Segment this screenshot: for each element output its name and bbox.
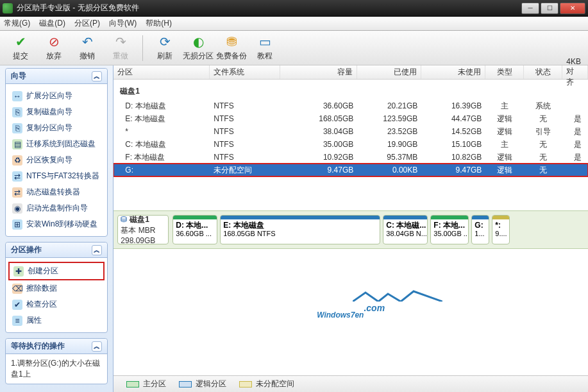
menu-bar: 常规(G) 磁盘(D) 分区(P) 向导(W) 帮助(H) xyxy=(0,17,588,31)
ops-panel: 分区操作︽ ✚创建分区 ⌫擦除数据 ✔检查分区 ≡属性 xyxy=(5,242,108,333)
discard-button[interactable]: ⊘放弃 xyxy=(37,33,71,64)
disk-segment[interactable]: C: 本地磁...38.04GB N... xyxy=(383,215,428,244)
main-pane: 分区 文件系统 容量 已使用 未使用 类型 状态 4KB对齐 磁盘1 D: 本地… xyxy=(113,65,588,392)
menu-partition[interactable]: 分区(P) xyxy=(74,18,100,29)
extend-icon: ↔ xyxy=(12,91,22,101)
grid-header: 分区 文件系统 容量 已使用 未使用 类型 状态 4KB对齐 xyxy=(113,65,588,80)
copy-disk-icon: ⎘ xyxy=(12,107,22,117)
pending-panel: 等待执行的操作︽ 1.调整分区(G:)的大小在磁盘1上 xyxy=(5,338,108,384)
op-wipe[interactable]: ⌫擦除数据 xyxy=(8,280,105,296)
partition-row[interactable]: E: 本地磁盘NTFS168.05GB123.59GB44.47GB逻辑无是 xyxy=(113,112,588,125)
wizard-copy-partition[interactable]: ⎘复制分区向导 xyxy=(8,120,105,136)
col-filesystem[interactable]: 文件系统 xyxy=(210,65,280,79)
wizard-migrate-ssd[interactable]: ▤迁移系统到固态磁盘 xyxy=(8,136,105,152)
recover-icon: ♻ xyxy=(12,155,22,166)
wizard-copy-disk[interactable]: ⎘复制磁盘向导 xyxy=(8,104,105,120)
op-create-partition[interactable]: ✚创建分区 xyxy=(8,262,105,280)
watermark-text: Windows7en xyxy=(317,311,364,320)
convert-icon: ⇄ xyxy=(12,171,22,182)
wizard-dynamic[interactable]: ⇄动态磁盘转换器 xyxy=(8,184,105,200)
cancel-icon: ⊘ xyxy=(46,34,62,49)
refresh-icon: ⟳ xyxy=(157,34,172,49)
props-icon: ≡ xyxy=(12,316,22,326)
tutorial-icon: ▭ xyxy=(257,34,273,49)
disk-segment[interactable]: E: 本地磁盘168.05GB NTFS xyxy=(220,215,380,244)
chevron-up-icon[interactable]: ︽ xyxy=(92,245,102,255)
ops-panel-title: 分区操作 xyxy=(11,244,42,255)
col-used[interactable]: 已使用 xyxy=(357,65,421,79)
col-type[interactable]: 类型 xyxy=(485,65,524,79)
roof-icon xyxy=(353,290,442,302)
maximize-button[interactable]: ☐ xyxy=(541,3,559,14)
disk-summary[interactable]: ⛁磁盘1 基本 MBR 298.09GB xyxy=(117,215,169,244)
chevron-up-icon[interactable]: ︽ xyxy=(92,71,102,81)
watermark: Windows7en.com xyxy=(113,249,588,376)
disk-segment[interactable]: G:1... xyxy=(471,215,489,244)
op-check[interactable]: ✔检查分区 xyxy=(8,296,105,312)
refresh-button[interactable]: ⟳刷新 xyxy=(148,33,181,64)
legend-primary: 主分区 xyxy=(126,379,166,389)
redo-button[interactable]: ↷重做 xyxy=(104,33,137,64)
title-bar: 分区助手专业版 - 无损分区免费软件 ─ ☐ ✕ xyxy=(0,0,588,17)
ssd-icon: ▤ xyxy=(12,139,22,149)
col-partition[interactable]: 分区 xyxy=(113,65,210,79)
col-status[interactable]: 状态 xyxy=(524,65,562,79)
legend-unalloc: 未分配空间 xyxy=(239,379,294,389)
bootcd-icon: ◉ xyxy=(12,203,22,214)
wizard-win8[interactable]: ⊞安装Win8到移动硬盘 xyxy=(8,216,105,232)
disk-icon: ⛁ xyxy=(121,215,127,224)
toolbar: ✔提交 ⊘放弃 ↶撤销 ↷重做 ⟳刷新 ◐无损分区 ⛃免费备份 ▭教程 xyxy=(0,31,588,65)
menu-general[interactable]: 常规(G) xyxy=(4,18,30,29)
wizard-extend[interactable]: ↔扩展分区向导 xyxy=(8,88,105,104)
disk-group-header[interactable]: 磁盘1 xyxy=(113,83,588,99)
check-icon: ✔ xyxy=(13,34,28,49)
partition-row[interactable]: F: 本地磁盘NTFS10.92GB95.37MB10.82GB逻辑无是 xyxy=(113,151,588,164)
win8-icon: ⊞ xyxy=(12,219,22,230)
wizard-recover[interactable]: ♻分区恢复向导 xyxy=(8,152,105,168)
pending-panel-title: 等待执行的操作 xyxy=(11,341,65,352)
legend: 主分区 逻辑分区 未分配空间 xyxy=(113,375,588,392)
col-capacity[interactable]: 容量 xyxy=(280,65,357,79)
legend-logical: 逻辑分区 xyxy=(179,379,226,389)
copy-part-icon: ⎘ xyxy=(12,123,22,133)
lossless-icon: ◐ xyxy=(190,34,206,49)
wipe-icon: ⌫ xyxy=(12,284,22,294)
col-free[interactable]: 未使用 xyxy=(421,65,485,79)
wizard-bootcd[interactable]: ◉启动光盘制作向导 xyxy=(8,200,105,216)
undo-button[interactable]: ↶撤销 xyxy=(71,33,104,64)
create-icon: ✚ xyxy=(13,266,24,277)
menu-help[interactable]: 帮助(H) xyxy=(146,18,172,29)
sidebar: 向导︽ ↔扩展分区向导 ⎘复制磁盘向导 ⎘复制分区向导 ▤迁移系统到固态磁盘 ♻… xyxy=(0,65,113,392)
partition-row[interactable]: *NTFS38.04GB23.52GB14.52GB逻辑引导是 xyxy=(113,125,588,138)
partition-list: 磁盘1 D: 本地磁盘NTFS36.60GB20.21GB16.39GB主系统E… xyxy=(113,80,588,210)
pending-item[interactable]: 1.调整分区(G:)的大小在磁盘1上 xyxy=(6,354,107,384)
partition-row[interactable]: D: 本地磁盘NTFS36.60GB20.21GB16.39GB主系统 xyxy=(113,99,588,112)
lossless-button[interactable]: ◐无损分区 xyxy=(181,33,215,64)
disk-segment[interactable]: F: 本地...35.00GB ... xyxy=(430,215,469,244)
tutorial-button[interactable]: ▭教程 xyxy=(248,33,281,64)
close-button[interactable]: ✕ xyxy=(560,3,585,14)
op-properties[interactable]: ≡属性 xyxy=(8,312,105,328)
disk-map: ⛁磁盘1 基本 MBR 298.09GB D: 本地...36.60GB ...… xyxy=(113,210,588,249)
wizard-panel-title: 向导 xyxy=(11,71,26,81)
minimize-button[interactable]: ─ xyxy=(521,3,539,14)
commit-button[interactable]: ✔提交 xyxy=(4,33,37,64)
col-4kb[interactable]: 4KB对齐 xyxy=(562,65,588,79)
dynamic-icon: ⇄ xyxy=(12,187,22,198)
redo-icon: ↷ xyxy=(113,34,128,49)
menu-wizard[interactable]: 向导(W) xyxy=(109,18,137,29)
disk-segment[interactable]: D: 本地...36.60GB ... xyxy=(172,215,217,244)
app-icon xyxy=(3,3,13,13)
check-part-icon: ✔ xyxy=(12,300,22,310)
menu-disk[interactable]: 磁盘(D) xyxy=(39,18,65,29)
wizard-panel: 向导︽ ↔扩展分区向导 ⎘复制磁盘向导 ⎘复制分区向导 ▤迁移系统到固态磁盘 ♻… xyxy=(5,68,108,237)
window-title: 分区助手专业版 - 无损分区免费软件 xyxy=(17,3,521,13)
backup-button[interactable]: ⛃免费备份 xyxy=(215,33,248,64)
chevron-up-icon[interactable]: ︽ xyxy=(92,341,102,352)
undo-icon: ↶ xyxy=(80,34,95,49)
disk-segment[interactable]: *:9.... xyxy=(492,215,510,244)
backup-icon: ⛃ xyxy=(224,34,239,49)
partition-row[interactable]: G:未分配空间9.47GB0.00KB9.47GB逻辑无 xyxy=(113,164,588,176)
partition-row[interactable]: C: 本地磁盘NTFS35.00GB19.90GB15.10GB主无是 xyxy=(113,138,588,151)
wizard-ntfs-fat32[interactable]: ⇄NTFS与FAT32转换器 xyxy=(8,168,105,184)
